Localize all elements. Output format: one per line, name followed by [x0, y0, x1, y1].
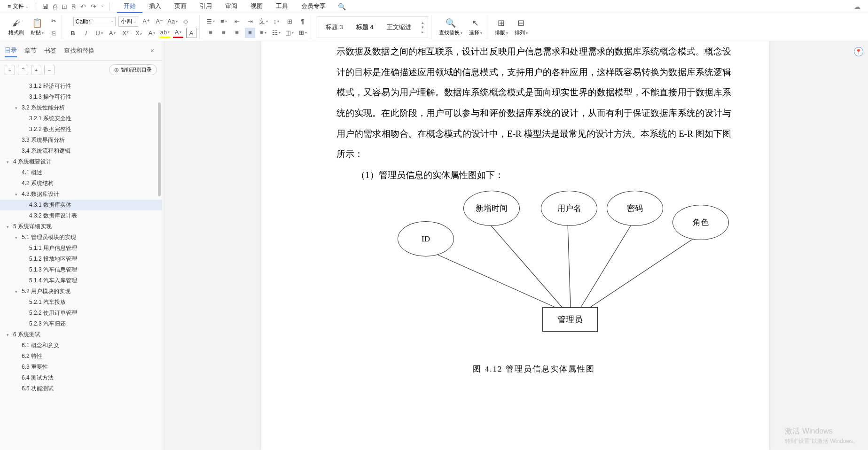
toc-item[interactable]: ▾4 系统概要设计: [0, 156, 162, 167]
toc-toggle-icon[interactable]: ▾: [7, 225, 12, 229]
smart-recognize-button[interactable]: ◎ 智能识别目录: [109, 64, 157, 75]
tab-start[interactable]: 开始: [117, 0, 142, 13]
tab-references[interactable]: 引用: [193, 0, 219, 13]
line-spacing-icon[interactable]: ↕: [271, 16, 282, 27]
toc-item[interactable]: 5.1.2 投放地区管理: [0, 254, 162, 264]
toc-item[interactable]: 4.1 概述: [0, 167, 162, 178]
italic-icon[interactable]: I: [81, 28, 91, 38]
toc-toggle-icon[interactable]: ▾: [15, 235, 21, 240]
font-color-icon[interactable]: A: [173, 28, 183, 38]
toc-item[interactable]: 6.2 特性: [0, 351, 162, 362]
style-body-indent[interactable]: 正文缩进: [382, 21, 416, 33]
tab-tools[interactable]: 工具: [269, 0, 295, 13]
toc-item[interactable]: 3.2.1 系统安全性: [0, 113, 162, 124]
toc-item[interactable]: ▾4.3.数据库设计: [0, 189, 162, 200]
tab-review[interactable]: 审阅: [219, 0, 244, 13]
toc-item[interactable]: 4.3.1 数据库实体: [0, 200, 162, 210]
toc-item[interactable]: ▾5 系统详细实现: [0, 221, 162, 232]
file-menu[interactable]: ≡ 文件 ⌵: [4, 2, 32, 10]
align-right-icon[interactable]: ≡: [232, 28, 242, 38]
select-button[interactable]: ↖ 选择: [467, 17, 484, 37]
numbering-icon[interactable]: ≡: [219, 16, 229, 27]
toc-remove-icon[interactable]: −: [44, 65, 55, 75]
toc-item[interactable]: 6.3 重要性: [0, 362, 162, 372]
align-justify-icon[interactable]: ≡: [245, 28, 255, 38]
sidebar-tab-bookmarks[interactable]: 书签: [44, 45, 56, 57]
align-center-icon[interactable]: ≡: [219, 28, 229, 38]
close-icon[interactable]: ×: [150, 47, 157, 54]
toc-item[interactable]: ▾6 系统测试: [0, 329, 162, 340]
scrollbar[interactable]: [158, 79, 161, 450]
toc-item[interactable]: 4.2 系统结构: [0, 178, 162, 189]
strikethrough-icon[interactable]: A: [107, 28, 117, 38]
clear-format-icon[interactable]: ◇: [180, 16, 191, 27]
toc-item[interactable]: ▾5.2 用户模块的实现: [0, 286, 162, 297]
sidebar-tab-chapters[interactable]: 章节: [24, 45, 37, 57]
format-painter-button[interactable]: 🖌 格式刷: [7, 17, 26, 37]
decrease-font-icon[interactable]: A⁻: [154, 16, 164, 27]
tab-page[interactable]: 页面: [168, 0, 193, 13]
toc-item[interactable]: 3.1.2 经济可行性: [0, 81, 162, 92]
toc-toggle-icon[interactable]: ▾: [15, 289, 21, 294]
tab-view[interactable]: 视图: [244, 0, 269, 13]
tab-member[interactable]: 会员专享: [295, 0, 332, 13]
toc-item[interactable]: 6.4 测试方法: [0, 372, 162, 383]
toc-item[interactable]: 5.1.1 用户信息管理: [0, 243, 162, 254]
increase-indent-icon[interactable]: ⇥: [245, 16, 255, 27]
toc-item[interactable]: 5.1.4 汽车入库管理: [0, 275, 162, 286]
toc-toggle-icon[interactable]: ▾: [15, 106, 21, 110]
tab-insert[interactable]: 插入: [142, 0, 168, 13]
align-left-icon[interactable]: ≡: [205, 28, 216, 38]
toc-item[interactable]: 3.3 系统界面分析: [0, 135, 162, 146]
paste-button[interactable]: 📋 粘贴: [29, 17, 46, 37]
toc-item[interactable]: 3.1.3 操作可行性: [0, 92, 162, 102]
change-case-icon[interactable]: Aa: [167, 16, 178, 27]
toc-item[interactable]: 5.2.3 汽车归还: [0, 318, 162, 329]
underline-icon[interactable]: U: [94, 28, 104, 38]
highlight-icon[interactable]: ab: [160, 28, 170, 38]
paragraph-mark-icon[interactable]: ¶: [297, 16, 308, 27]
borders-icon[interactable]: ⊞: [297, 28, 308, 38]
style-heading4[interactable]: 标题 4: [352, 21, 378, 33]
print-icon[interactable]: ⎙: [53, 3, 57, 10]
toc-item[interactable]: 6.1 概念和意义: [0, 340, 162, 351]
toc-item[interactable]: 4.3.2 数据库设计表: [0, 210, 162, 221]
toc-item[interactable]: 3.2.2 数据完整性: [0, 124, 162, 135]
undo-icon[interactable]: ↶: [80, 3, 86, 10]
chevron-down-icon[interactable]: ⌵: [101, 3, 103, 10]
character-border-icon[interactable]: A: [186, 28, 196, 38]
cut-icon[interactable]: ✂: [48, 16, 59, 26]
toc-list[interactable]: 3.1.2 经济可行性3.1.3 操作可行性▾3.2 系统性能分析3.2.1 系…: [0, 79, 162, 450]
document-viewport[interactable]: 📍 示数据及数据之间的相互联系，设计出反映用户信息需求和处理需求的数据库系统概念…: [162, 41, 868, 450]
text-effects-icon[interactable]: A: [147, 28, 157, 38]
toc-item[interactable]: 5.2.2 使用订单管理: [0, 308, 162, 318]
preview-icon[interactable]: ⎘: [72, 3, 76, 10]
toc-add-icon[interactable]: +: [31, 65, 41, 75]
toc-dropdown-icon[interactable]: ⌵: [5, 65, 15, 75]
toc-item[interactable]: 5.2.1 汽车投放: [0, 297, 162, 308]
toc-item[interactable]: ▾5.1 管理员模块的实现: [0, 232, 162, 243]
sidebar-tab-findreplace[interactable]: 查找和替换: [64, 45, 94, 57]
superscript-icon[interactable]: X²: [120, 28, 131, 38]
subscript-icon[interactable]: X₂: [133, 28, 144, 38]
toc-item[interactable]: 6.5 功能测试: [0, 383, 162, 394]
bold-icon[interactable]: B: [68, 28, 78, 38]
print-preview-icon[interactable]: ⊡: [62, 3, 67, 10]
font-size-select[interactable]: 小四 ⌵: [118, 16, 138, 27]
layout-button[interactable]: ⊞ 排版: [493, 17, 510, 37]
pin-icon[interactable]: 📍: [854, 47, 863, 56]
redo-icon[interactable]: ↷: [91, 3, 96, 10]
text-direction-icon[interactable]: 文: [258, 16, 268, 27]
distribute-icon[interactable]: ≡: [258, 28, 268, 38]
copy-icon[interactable]: ⎘: [48, 28, 59, 39]
toc-item[interactable]: 5.1.3 汽车信息管理: [0, 264, 162, 275]
toc-toggle-icon[interactable]: ▾: [7, 160, 12, 164]
shading-icon[interactable]: ◫: [284, 28, 295, 38]
toc-item[interactable]: 3.4 系统流程和逻辑: [0, 146, 162, 156]
toc-up-icon[interactable]: ⌃: [18, 65, 28, 75]
decrease-indent-icon[interactable]: ⇤: [232, 16, 242, 27]
bullets-icon[interactable]: ☰: [205, 16, 216, 27]
style-heading3[interactable]: 标题 3: [321, 21, 348, 33]
columns-icon[interactable]: ☷: [271, 28, 282, 38]
sort-button[interactable]: ⊟ 排列: [513, 17, 530, 37]
